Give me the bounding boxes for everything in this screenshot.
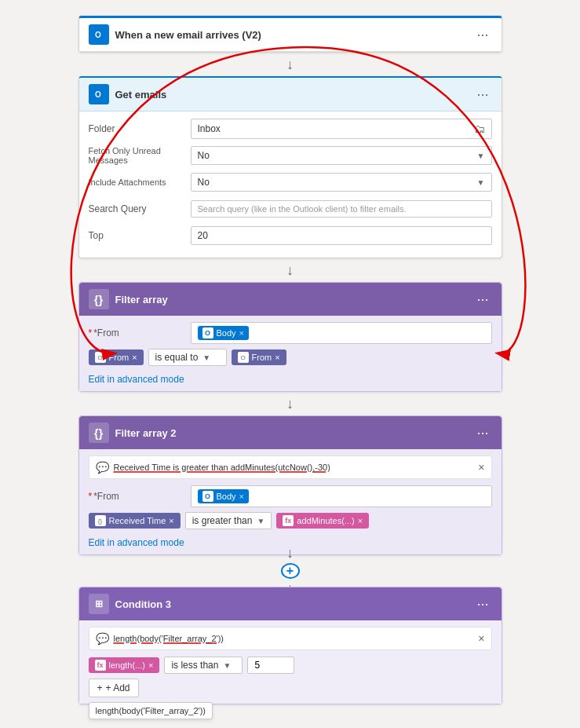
condition3-notification: 💬 length(body('Filter_array_2')) × [89,627,492,650]
plus-connector: ↓ + ↓ [281,555,300,587]
svg-text:O: O [95,90,101,99]
filter2-operator-arrow: ▼ [257,517,264,525]
filter2-from-input[interactable]: O Body × [191,485,492,507]
get-emails-header: O Get emails ··· [79,78,502,112]
attachments-value[interactable]: No ▼ [191,173,492,192]
filter-array-card: {} Filter array ··· *From O Body × O Fro… [78,282,502,392]
filter-from-chip2-close[interactable]: × [275,353,279,362]
condition3-card: ⊞ Condition 3 ··· 💬 length(body('Filter_… [78,587,502,704]
filter2-from-row: *From O Body × [89,485,492,507]
body-chip-icon: O [202,327,213,338]
filter2-from-label: *From [89,491,191,502]
addminutes-chip-icon: fx [283,515,294,526]
filter-operator-select[interactable]: is equal to ▼ [148,349,227,366]
filter2-body-chip-close[interactable]: × [239,492,244,501]
filter-array-icon: {} [89,289,109,309]
outlook-get-icon: O [89,84,109,104]
filter2-operator-select[interactable]: is greater than ▼ [185,512,272,529]
length-chip-icon: fx [95,660,106,671]
notif-close-button[interactable]: × [478,461,484,474]
arrow-3: ↓ [286,392,294,415]
addminutes-chip-close[interactable]: × [358,516,363,525]
get-emails-title: Get emails [115,89,474,101]
arrow-2: ↓ [286,258,294,282]
filter-array2-more-button[interactable]: ··· [473,426,491,440]
fetch-label: Fetch Only Unread Messages [89,146,191,165]
folder-label: Folder [89,123,191,134]
fetch-value[interactable]: No ▼ [191,146,492,165]
get-emails-card: O Get emails ··· Folder Inbox 🗂 Fetch On… [78,76,502,258]
condition3-operator-select[interactable]: is less than ▼ [164,657,243,674]
filter-array-title: Filter array [115,294,474,305]
body-chip[interactable]: O Body × [198,326,250,340]
cond3-notif-close-button[interactable]: × [478,632,484,645]
add-tooltip: length(body('Filter_array_2')) [89,702,213,719]
filter-array-body: *From O Body × O From × is equal to [79,316,502,391]
notif-chat-icon: 💬 [96,461,109,474]
length-chip-close[interactable]: × [148,660,153,670]
search-placeholder: Search query (like in the Outlook client… [198,204,407,214]
addminutes-chip[interactable]: fx addMinutes(...) × [276,513,369,529]
top-value[interactable]: 20 [191,226,492,245]
attachments-row: Include Attachments No ▼ [89,171,492,193]
filter-array-more-button[interactable]: ··· [473,292,491,306]
filter-from-chip2-icon: O [238,352,249,363]
folder-row: Folder Inbox 🗂 [89,118,492,140]
search-value[interactable]: Search query (like in the Outlook client… [191,200,492,218]
condition3-more-button[interactable]: ··· [473,597,491,611]
search-label: Search Query [89,203,191,214]
filter-from-chip-close[interactable]: × [132,353,137,362]
received-time-chip-close[interactable]: × [169,516,173,525]
get-emails-body: Folder Inbox 🗂 Fetch Only Unread Message… [79,112,502,258]
trigger-more-button[interactable]: ··· [473,27,491,42]
fetch-row: Fetch Only Unread Messages No ▼ [89,145,492,166]
condition3-row: fx length(...) × is less than ▼ [89,657,492,674]
filter-condition-row: O From × is equal to ▼ O From × [89,349,492,366]
condition3-title: Condition 3 [115,598,474,610]
cond3-notif-text: length(body('Filter_array_2')) [114,634,474,643]
filter-from-chip[interactable]: O From × [89,349,144,365]
filter-array2-title: Filter array 2 [115,427,474,439]
add-step-button[interactable]: + [281,563,300,579]
outlook-trigger-icon: O [89,24,109,45]
condition3-header: ⊞ Condition 3 ··· [79,587,502,620]
filter-from-row: *From O Body × [89,322,492,344]
body-chip-close[interactable]: × [239,328,244,338]
folder-icon: 🗂 [474,123,485,135]
top-label: Top [89,230,191,241]
filter2-body-chip[interactable]: O Body × [198,489,250,503]
filter-advanced-link[interactable]: Edit in advanced mode [89,374,184,385]
operator-dropdown-arrow: ▼ [202,353,210,362]
filter-array2-card: {} Filter array 2 ··· 💬 Received Time is… [78,415,502,555]
received-time-chip[interactable]: {} Received Time × [89,513,181,529]
filter-from-chip2[interactable]: O From × [232,349,286,365]
filter-from-chip-icon: O [95,352,106,363]
add-plus-icon: + [97,682,103,693]
search-row: Search Query Search query (like in the O… [89,198,492,220]
condition3-value-input[interactable] [247,657,294,674]
fetch-dropdown-arrow: ▼ [477,152,485,160]
add-button[interactable]: + + Add [89,679,139,697]
filter2-advanced-link[interactable]: Edit in advanced mode [89,537,184,548]
cond3-notif-icon: 💬 [96,632,109,645]
condition3-icon: ⊞ [89,594,109,614]
get-emails-more-button[interactable]: ··· [473,87,491,101]
filter-array-header: {} Filter array ··· [79,283,502,316]
attachments-dropdown-arrow: ▼ [477,178,485,187]
svg-text:O: O [95,31,101,39]
top-row: Top 20 [89,225,492,247]
add-button-container: + + Add length(body('Filter_array_2')) [89,679,139,697]
filter2-body-chip-icon: O [202,491,213,502]
filter-array2-header: {} Filter array 2 ··· [79,416,502,449]
condition3-body: 💬 length(body('Filter_array_2')) × fx le… [79,620,502,704]
folder-value[interactable]: Inbox 🗂 [191,119,492,139]
filter-from-input[interactable]: O Body × [191,322,492,344]
length-chip[interactable]: fx length(...) × [89,657,160,673]
trigger-title: When a new email arrives (V2) [115,29,474,41]
notif-text: Received Time is greater than addMinutes… [114,463,474,472]
filter-array2-icon: {} [89,423,109,443]
arrow-1: ↓ [286,53,294,76]
filter-from-label: *From [89,327,191,338]
filter-array2-notification: 💬 Received Time is greater than addMinut… [89,455,492,479]
trigger-header: O When a new email arrives (V2) ··· [79,18,502,52]
